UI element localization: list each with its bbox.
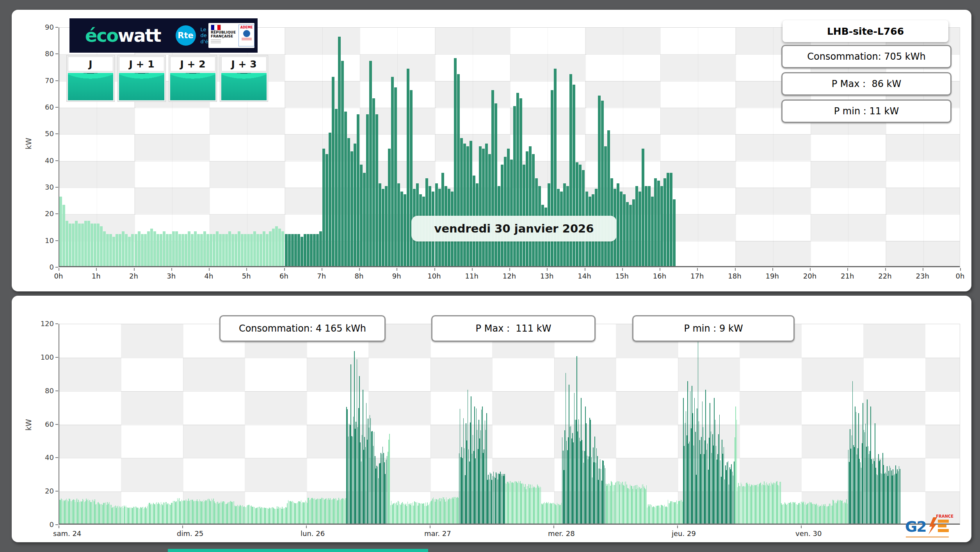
bar (325, 154, 328, 266)
x-tick-mark (246, 268, 247, 271)
bar (288, 234, 291, 266)
ecowatt-tab-j+3[interactable]: J + 3 (220, 55, 268, 102)
y-tick-label: 20 (30, 487, 54, 495)
bar (291, 234, 294, 266)
bar (504, 157, 507, 266)
x-tick-label: 19h (766, 272, 779, 280)
bar (69, 224, 71, 266)
bar (91, 224, 93, 266)
bar (241, 234, 244, 266)
y-tick-label: 40 (30, 453, 54, 461)
ecowatt-logo-bar: écowatt Rte Le réseau de transport d'éle… (69, 18, 258, 53)
x-tick-label: 0h (956, 272, 965, 280)
bar (645, 186, 647, 266)
bar (260, 234, 262, 266)
bar (266, 234, 269, 266)
bar (510, 160, 513, 266)
bar (297, 234, 300, 266)
bar (135, 234, 137, 266)
bar (322, 149, 325, 266)
ecowatt-forecast-image (221, 73, 267, 100)
bar (335, 109, 338, 266)
bar (651, 197, 654, 266)
ecowatt-tab-j[interactable]: J (66, 55, 115, 102)
x-tick-label: lun. 26 (301, 529, 325, 538)
bar (163, 231, 165, 266)
bar (194, 231, 197, 266)
y-tick-mark (55, 187, 58, 188)
x-tick-label: 17h (690, 272, 704, 280)
bar (228, 231, 231, 266)
g2e-tagline (906, 536, 949, 538)
site-title: LHB-site-L766 (783, 20, 948, 42)
bar (620, 192, 623, 266)
x-tick-label: 4h (205, 272, 213, 280)
y-tick-mark (55, 160, 58, 161)
bar (235, 234, 237, 266)
bar (660, 186, 663, 266)
y-tick-label: 20 (30, 209, 54, 218)
x-tick-mark (801, 525, 802, 528)
daily-y-axis-unit: kW (24, 138, 33, 149)
y-tick-mark (55, 27, 58, 28)
bar (347, 138, 350, 266)
bar (629, 205, 632, 266)
bar (138, 231, 141, 266)
bar (200, 234, 203, 266)
weekly-pmin-badge: P min : 9 kW (632, 315, 795, 342)
g2e-logo: G2 FRANCE (905, 514, 956, 538)
bar (670, 173, 672, 266)
bar (157, 234, 159, 266)
x-tick-label: 9h (392, 272, 401, 280)
bar (329, 133, 331, 266)
bar (407, 69, 409, 266)
bar (623, 194, 626, 266)
bar (275, 226, 278, 266)
x-tick-mark (923, 268, 923, 271)
x-tick-label: 8h (355, 272, 364, 280)
bar (673, 199, 676, 266)
x-tick-mark (430, 525, 430, 528)
ecowatt-tab-label: J + 1 (119, 57, 164, 71)
bar (526, 151, 528, 266)
x-tick-label: sam. 24 (53, 529, 81, 538)
x-tick-label: 15h (615, 272, 629, 280)
bar (654, 178, 657, 266)
x-tick-label: 20h (803, 272, 816, 280)
ecowatt-tab-j+2[interactable]: J + 2 (169, 55, 217, 102)
x-tick-label: 12h (503, 272, 516, 280)
bar (363, 173, 366, 266)
x-tick-label: 6h (279, 272, 288, 280)
ecowatt-wordmark: écowatt (85, 25, 161, 46)
y-tick-mark (55, 267, 58, 268)
bar (366, 114, 369, 266)
y-tick-label: 70 (30, 76, 54, 85)
ecowatt-tab-label: J + 3 (221, 57, 267, 71)
x-tick-label: 18h (728, 272, 741, 280)
bar (657, 181, 660, 266)
x-tick-label: 2h (129, 272, 138, 280)
x-tick-mark (553, 525, 554, 528)
bar (285, 234, 288, 266)
bar (344, 112, 347, 266)
motto-lines (211, 39, 238, 43)
weekly-chart-plot (59, 324, 960, 525)
bar (141, 234, 144, 266)
bar (385, 186, 388, 266)
bar (626, 202, 629, 266)
bar (253, 231, 256, 266)
bar (304, 234, 306, 266)
bar (310, 234, 313, 266)
bar (900, 469, 900, 524)
bar (219, 234, 222, 266)
bar (100, 226, 103, 266)
bar (87, 221, 90, 266)
x-tick-mark (509, 268, 510, 271)
ecowatt-tab-j+1[interactable]: J + 1 (117, 55, 166, 102)
bar (397, 183, 400, 266)
bar (144, 234, 147, 266)
y-tick-label: 0 (30, 263, 54, 271)
x-tick-mark (660, 268, 660, 271)
bar (272, 229, 275, 266)
bar (360, 165, 363, 266)
